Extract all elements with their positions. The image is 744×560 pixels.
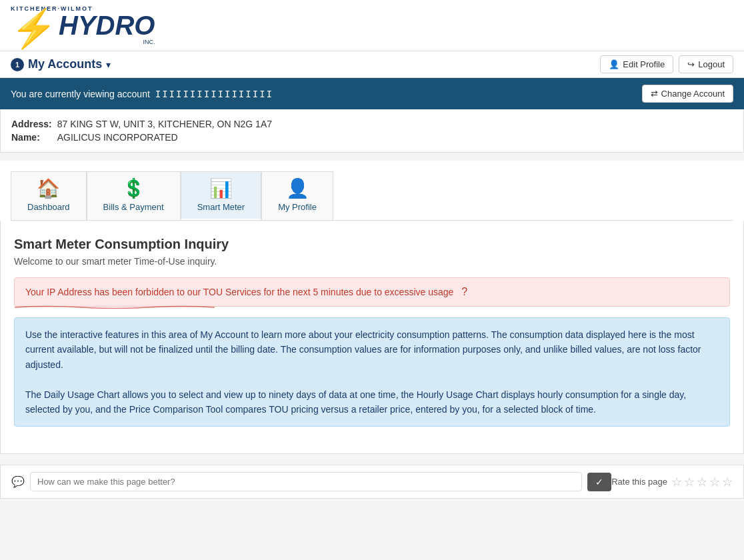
header: KITCHENER·WILMOT ⚡ HYDRO INC. [0,0,744,51]
address-value: 87 KING ST W, UNIT 3, KITCHENER, ON N2G … [57,117,277,131]
star-rating[interactable]: ☆ ☆ ☆ ☆ ☆ [671,475,733,489]
swap-icon: ⇄ [651,89,658,99]
tab-smart-meter-label: Smart Meter [197,202,245,212]
main-content: Smart Meter Consumption Inquiry Welcome … [0,221,744,454]
my-accounts-title: My Accounts [28,57,102,71]
star-4[interactable]: ☆ [709,475,720,489]
danger-alert-text: Your IP Address has been forbidden to ou… [25,287,453,297]
tab-bills-label: Bills & Payment [103,202,164,212]
nav-left: 1 My Accounts ▾ [11,57,111,71]
star-3[interactable]: ☆ [697,475,707,489]
lightning-bolt-icon: ⚡ [11,13,57,45]
navbar: 1 My Accounts ▾ 👤 Edit Profile ↪ Logout [0,51,744,78]
nav-right: 👤 Edit Profile ↪ Logout [600,55,733,73]
smart-meter-icon: 📊 [209,177,233,199]
feedback-input[interactable] [30,472,582,491]
account-details: Address: 87 KING ST W, UNIT 3, KITCHENER… [0,109,744,153]
rate-label: Rate this page [611,477,667,487]
tab-dashboard-label: Dashboard [27,202,70,212]
tab-my-profile[interactable]: 👤 My Profile [261,171,333,220]
logout-label: Logout [698,59,725,69]
logout-icon: ↪ [687,59,695,69]
question-mark-icon: ? [461,286,467,297]
feedback-bar: 💬 ✓ Rate this page ☆ ☆ ☆ ☆ ☆ [0,465,744,499]
page-title: Smart Meter Consumption Inquiry [14,237,730,252]
rating-area: Rate this page ☆ ☆ ☆ ☆ ☆ [611,475,733,489]
address-label: Address: [11,117,57,131]
tab-smart-meter[interactable]: 📊 Smart Meter [181,171,262,220]
feedback-submit-button[interactable]: ✓ [587,473,611,491]
bills-icon: 💲 [122,177,145,199]
star-2[interactable]: ☆ [684,475,695,489]
logo-inc-text: INC. [59,39,155,45]
tabs: 🏠 Dashboard 💲 Bills & Payment 📊 Smart Me… [11,171,733,221]
account-banner: You are currently viewing account IIIIII… [0,78,744,109]
user-icon: 👤 [609,59,619,69]
info-text-1: Use the interactive features in this are… [25,327,719,372]
viewing-account-text: You are currently viewing account IIIIII… [11,89,273,99]
change-account-button[interactable]: ⇄ Change Account [642,85,733,103]
feedback-left: 💬 ✓ [11,472,611,491]
tab-my-profile-label: My Profile [278,202,317,212]
name-value: AGILICUS INCORPORATED [57,131,277,144]
scribble-decoration [15,305,215,309]
profile-icon: 👤 [286,177,309,199]
tab-bills-payment[interactable]: 💲 Bills & Payment [87,171,181,220]
account-number: IIIIIIIIIIIIIIIII [155,89,273,99]
tab-dashboard[interactable]: 🏠 Dashboard [11,171,87,220]
logo-hydro-text: HYDRO [59,12,155,39]
edit-profile-button[interactable]: 👤 Edit Profile [600,55,673,73]
edit-profile-label: Edit Profile [623,59,665,69]
info-alert: Use the interactive features in this are… [14,317,730,427]
page-subtitle: Welcome to our smart meter Time-of-Use i… [14,256,730,267]
change-account-label: Change Account [661,89,725,99]
danger-alert: Your IP Address has been forbidden to ou… [14,277,730,307]
account-badge: 1 [11,58,24,71]
logo: KITCHENER·WILMOT ⚡ HYDRO INC. [11,5,155,45]
logout-button[interactable]: ↪ Logout [679,55,733,73]
star-5[interactable]: ☆ [722,475,733,489]
accounts-dropdown-arrow[interactable]: ▾ [106,59,111,70]
name-label: Name: [11,131,57,144]
star-1[interactable]: ☆ [671,475,682,489]
comment-icon: 💬 [11,475,25,488]
tabs-container: 🏠 Dashboard 💲 Bills & Payment 📊 Smart Me… [0,161,744,221]
dashboard-icon: 🏠 [37,177,60,199]
info-text-2: The Daily Usage Chart allows you to sele… [25,387,719,417]
